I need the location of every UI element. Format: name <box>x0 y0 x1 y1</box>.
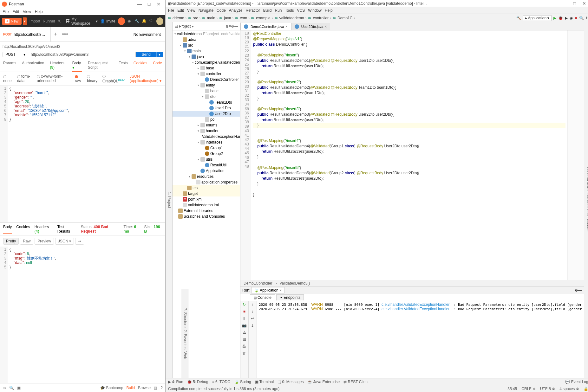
menu-view[interactable]: View <box>23 10 31 14</box>
tree-node[interactable]: ▾java <box>173 54 240 60</box>
minimize-icon[interactable]: — <box>578 288 582 292</box>
menu-help[interactable]: Help <box>325 8 333 13</box>
search-icon[interactable]: 🔍 <box>579 16 584 20</box>
breadcrumb-item[interactable]: ddemo <box>173 16 184 20</box>
tab-headers[interactable]: Headers (9) <box>50 61 66 70</box>
build-link[interactable]: Build <box>126 386 135 390</box>
tree-node[interactable]: Scratches and Consoles <box>173 214 240 219</box>
minimize-button[interactable]: — <box>135 2 144 7</box>
tree-node[interactable]: External Libraries <box>173 208 240 214</box>
request-tab[interactable]: POST http://localhost:8080/api/v1/in... <box>0 27 51 42</box>
url-input[interactable]: http://localhost:8080/api/v1/insert3 <box>28 52 136 57</box>
debug-icon[interactable]: 🐞 <box>558 16 563 20</box>
source-code[interactable]: @RestController @RequestMapping("/api/v1… <box>251 30 567 280</box>
wrap-icon[interactable]: ↩ <box>251 316 254 321</box>
breadcrumb-item[interactable]: example <box>256 16 270 20</box>
tree-node[interactable]: mpom.xml <box>173 196 240 202</box>
code-area[interactable]: { "username": "harris", "gender": "", "a… <box>8 86 165 222</box>
tab-menu-button[interactable]: ••• <box>60 31 70 38</box>
breadcrumb-item[interactable]: controller <box>313 16 329 20</box>
tw-debug[interactable]: 🐞 5: Debug <box>187 380 208 384</box>
close-button[interactable]: ✕ <box>154 2 163 7</box>
tree-node[interactable]: User2Dto <box>173 111 240 117</box>
radio-form-data[interactable]: form-data <box>17 74 32 83</box>
exit-icon[interactable]: ⏏ <box>243 330 246 335</box>
breadcrumb-item[interactable]: src <box>193 16 198 20</box>
tree-node[interactable]: Group2 <box>173 151 240 157</box>
maximize-button[interactable]: □ <box>144 2 154 7</box>
tree-node[interactable]: test <box>173 185 240 191</box>
tree-node[interactable]: ▾src <box>173 42 240 48</box>
tree-node[interactable]: ▾interfaces <box>173 139 240 145</box>
update-icon[interactable]: ↻ <box>586 16 588 20</box>
settings-gear-icon[interactable]: ⚙ <box>231 24 234 29</box>
radio-binary[interactable]: binary <box>87 74 98 83</box>
tree-node[interactable]: Group1 <box>173 145 240 151</box>
run-icon[interactable]: ▶ <box>553 16 556 20</box>
breadcrumb-item[interactable]: java <box>224 16 231 20</box>
tw-javaee[interactable]: ☕ Java Enterprise <box>307 380 340 384</box>
tab-prerequest[interactable]: Pre-request Script <box>88 61 113 70</box>
menu-file[interactable]: File <box>3 10 9 14</box>
new-dropdown[interactable]: ▾ <box>23 17 27 25</box>
radio-graphql[interactable]: GraphQLBETA <box>102 74 125 83</box>
help-icon[interactable]: ? <box>160 386 163 390</box>
import-button[interactable]: Import <box>29 19 40 23</box>
scroll-end-icon[interactable]: ⤓ <box>251 323 254 328</box>
bc-class[interactable]: Demo1Controller <box>244 281 272 286</box>
menu-file[interactable]: File <box>168 8 174 13</box>
run-tab-application[interactable]: 🍃 Application × <box>251 287 284 293</box>
stop-icon[interactable]: ■ <box>243 309 245 314</box>
maximize-button[interactable]: □ <box>570 1 579 6</box>
resp-tests-tab[interactable]: Test Results <box>57 225 76 234</box>
menu-code[interactable]: Code <box>217 8 226 13</box>
raw-button[interactable]: Raw <box>20 238 33 245</box>
tw-eventlog[interactable]: 💬 Event Log <box>565 380 588 384</box>
rerun-icon[interactable]: ↻ <box>243 302 246 307</box>
tree-node[interactable]: ▾com.example.validateddemo <box>173 60 240 65</box>
tree-node[interactable]: base <box>173 88 240 94</box>
right-toolwindow-bar[interactable]: Ant Build Maven Database Bean Validation <box>584 22 588 378</box>
menu-navigate[interactable]: Navigate <box>199 8 213 13</box>
response-body-editor[interactable]: 12345 { "code": 6, "msg": "性别不能为空！", "da… <box>0 247 165 383</box>
close-icon[interactable]: × <box>285 24 288 29</box>
tree-node[interactable]: Demo1Controller <box>173 77 240 82</box>
new-button[interactable]: +New <box>2 18 22 25</box>
dump-icon[interactable]: 📷 <box>242 323 247 328</box>
open-external-icon[interactable]: ⇱ <box>58 19 61 23</box>
tw-terminal[interactable]: ▣ Terminal <box>255 380 274 384</box>
code-editor[interactable]: 1819202122232425262728293031323334353637… <box>240 30 584 280</box>
notifications-icon[interactable]: 🔔 <box>142 19 147 24</box>
tree-node[interactable]: ▾dto <box>173 94 240 100</box>
tab-params[interactable]: Params <box>3 61 16 70</box>
invite-button[interactable]: 👤Invite <box>100 19 115 23</box>
radio-urlencoded[interactable]: x-www-form-urlencoded <box>37 74 70 83</box>
tree-node[interactable]: application.properties <box>173 179 240 185</box>
tab-body[interactable]: Body ● <box>72 61 82 70</box>
resp-body-tab[interactable]: Body <box>3 225 12 234</box>
caret-pos[interactable]: 35:45 <box>507 387 517 391</box>
coverage-icon[interactable]: ▶ <box>565 16 568 20</box>
run-config-selector[interactable]: ▸ Application ▾ <box>523 15 552 21</box>
radio-none[interactable]: none <box>3 74 13 83</box>
stop-icon[interactable]: ■ <box>575 16 577 20</box>
minimize-button[interactable]: — <box>560 1 570 6</box>
endpoints-tab[interactable]: ✶ Endpoints <box>276 294 304 300</box>
menu-help[interactable]: Help <box>35 10 43 14</box>
tree-node[interactable]: ValidatedExceptionHandl <box>173 134 240 139</box>
method-selector[interactable]: POST▾ <box>3 52 28 57</box>
hide-icon[interactable]: — <box>234 24 238 29</box>
menu-tools[interactable]: Tools <box>285 8 294 13</box>
tree-node[interactable]: ▾utils <box>173 157 240 162</box>
close-button[interactable]: ✕ <box>579 1 588 6</box>
code-link[interactable]: Code <box>153 61 162 70</box>
radio-raw[interactable]: raw <box>75 74 82 83</box>
tw-todo[interactable]: ≡ 6: TODO <box>212 380 231 384</box>
project-view-selector[interactable]: ▤ Project ▾ <box>174 24 194 29</box>
resp-cookies-tab[interactable]: Cookies <box>16 225 30 234</box>
environment-dropdown[interactable]: No Environment <box>129 32 165 37</box>
scroll-from-source-icon[interactable]: ⊕ <box>225 24 229 29</box>
settings-icon[interactable]: 🔧 <box>134 19 139 24</box>
resp-headers-tab[interactable]: Headers (4) <box>35 225 53 234</box>
tab-tests[interactable]: Tests <box>119 61 128 70</box>
